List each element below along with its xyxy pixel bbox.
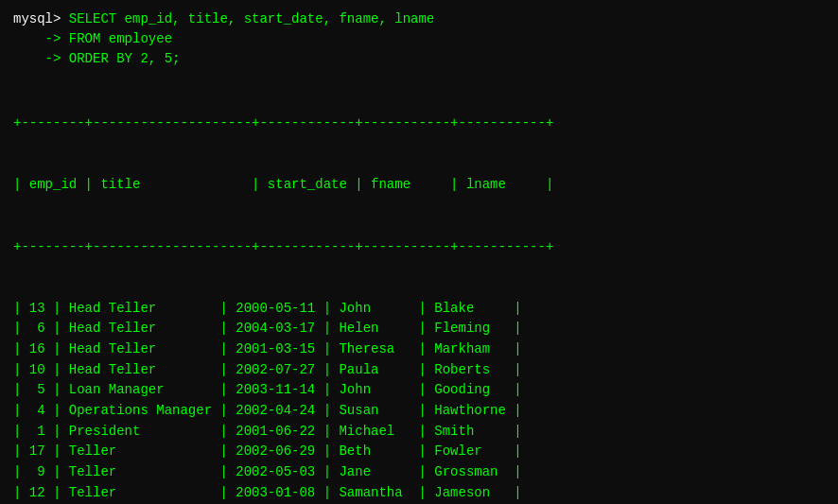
query-line-3: -> ORDER BY 2, 5;	[13, 49, 825, 69]
prompt-label: mysql>	[13, 11, 69, 26]
result-table: +--------+--------------------+---------…	[13, 73, 825, 504]
table-row: | 1 | President | 2001-06-22 | Michael |…	[13, 422, 825, 443]
query-text-3: -> ORDER BY 2, 5;	[13, 51, 180, 66]
table-row: | 4 | Operations Manager | 2002-04-24 | …	[13, 401, 825, 422]
table-row: | 10 | Head Teller | 2002-07-27 | Paula …	[13, 360, 825, 381]
table-header: | emp_id | title | start_date | fname | …	[13, 175, 825, 196]
terminal-window: mysql> SELECT emp_id, title, start_date,…	[13, 9, 825, 504]
table-row: | 9 | Teller | 2002-05-03 | Jane | Gross…	[13, 462, 825, 483]
table-body: | 13 | Head Teller | 2000-05-11 | John |…	[13, 299, 825, 504]
query-text-1: SELECT emp_id, title, start_date, fname,…	[69, 11, 434, 26]
top-separator: +--------+--------------------+---------…	[13, 113, 825, 134]
table-row: | 16 | Head Teller | 2001-03-15 | Theres…	[13, 339, 825, 360]
table-row: | 5 | Loan Manager | 2003-11-14 | John |…	[13, 380, 825, 401]
query-text-2: -> FROM employee	[13, 31, 172, 46]
table-row: | 12 | Teller | 2003-01-08 | Samantha | …	[13, 483, 825, 504]
table-row: | 17 | Teller | 2002-06-29 | Beth | Fowl…	[13, 442, 825, 462]
header-separator: +--------+--------------------+---------…	[13, 237, 825, 258]
table-row: | 13 | Head Teller | 2000-05-11 | John |…	[13, 299, 825, 320]
query-line-1: mysql> SELECT emp_id, title, start_date,…	[13, 9, 825, 29]
query-line-2: -> FROM employee	[13, 29, 825, 49]
table-row: | 6 | Head Teller | 2004-03-17 | Helen |…	[13, 319, 825, 339]
